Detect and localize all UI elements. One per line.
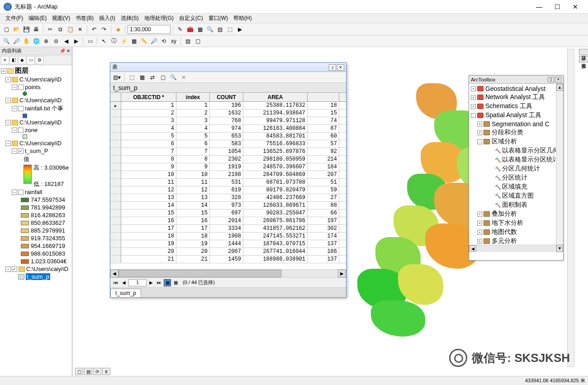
toc-item[interactable] [1, 134, 71, 139]
table-delete-icon[interactable]: ✕ [179, 73, 188, 82]
arctoolbox-hscroll[interactable]: ◀ ▶ [469, 245, 563, 252]
toolbox-node[interactable]: 🔨面积制表 [470, 200, 562, 209]
open-icon[interactable]: 📂 [12, 25, 21, 34]
hscroll-thumb[interactable] [119, 270, 281, 277]
identify-icon[interactable]: ⓘ [109, 37, 119, 46]
menu-item[interactable]: 视图(V) [49, 14, 73, 23]
table-row[interactable]: 17173334431857.062162302 [110, 225, 346, 233]
table-row[interactable]: 111153168781.07378851 [110, 179, 346, 186]
toc-item[interactable]: 781.9942899 [1, 204, 71, 211]
toc-item[interactable]: −✓C:\Users\caiyi\D [1, 265, 71, 273]
table-row[interactable]: 221632211394.93864715 [110, 109, 346, 117]
toolbox-node[interactable]: +地图代数 [470, 228, 562, 237]
select-icon[interactable]: ▭ [85, 37, 95, 46]
toolbox-node[interactable]: +多元分析 [470, 237, 562, 245]
table-grid[interactable]: OBJECTID * index COUNT AREA ▸1119625388.… [110, 93, 346, 269]
col-index[interactable]: index [176, 93, 210, 101]
at-hscroll-left-icon[interactable]: ◀ [469, 245, 476, 252]
toc-item[interactable]: 747.5597534 [1, 196, 71, 204]
python-icon[interactable]: ▤ [215, 25, 224, 34]
measure-icon[interactable]: 📏 [139, 37, 148, 46]
search-icon[interactable]: 🔍 [205, 25, 214, 34]
maximize-button[interactable]: ☐ [548, 0, 566, 13]
nav-showsel-icon[interactable]: ▦ [172, 279, 179, 286]
arctoolbox-vscroll[interactable]: ▲ ▼ [556, 84, 563, 252]
delete-icon[interactable]: ✕ [76, 25, 85, 34]
toc-item[interactable]: −图层 [1, 66, 71, 76]
menu-item[interactable]: 选择(S) [118, 14, 142, 23]
copy-icon[interactable]: ⧉ [56, 25, 65, 34]
menu-item[interactable]: 地理处理(G) [142, 14, 176, 23]
nav-last-icon[interactable]: ⏭ [156, 279, 163, 286]
toolbox-node[interactable]: 🔨以表格显示分区几何 [470, 146, 562, 155]
toc-tab-options[interactable]: ⚙ [35, 56, 43, 64]
toc-tab-selection[interactable]: ▭ [27, 56, 35, 64]
viewer-icon[interactable]: ▢ [193, 37, 202, 46]
toc-item[interactable]: −rainfall.txt 个事 [1, 104, 71, 113]
table-row[interactable]: 16162014260875.861786197 [110, 217, 346, 225]
hscroll-right-icon[interactable]: ▶ [338, 270, 346, 277]
hyperlink-icon[interactable]: ⚡ [119, 37, 128, 46]
toc-item[interactable] [1, 91, 71, 96]
table-row[interactable]: 131332842486.23766927 [110, 194, 346, 202]
vscroll-down-icon[interactable]: ▼ [556, 245, 563, 252]
toc-item[interactable]: 919.7324355 [1, 234, 71, 242]
modelbuilder-icon[interactable]: ⬚ [225, 25, 234, 34]
toc-item[interactable]: 1,023.03604€ [1, 257, 71, 265]
table-tab-tsump[interactable]: t_sum_p [110, 289, 141, 297]
table-row[interactable]: 151569790283.25504766 [110, 209, 346, 217]
menu-item[interactable]: 插入(I) [96, 14, 118, 23]
pause-icon[interactable]: ⏸ [102, 368, 110, 375]
table-restore-icon[interactable]: ▯ [329, 64, 336, 71]
cut-icon[interactable]: ✂ [46, 25, 55, 34]
toolbox-node[interactable]: 🔨分区统计 [470, 173, 562, 182]
next-extent-icon[interactable]: ▶ [71, 37, 81, 46]
arctoolbox-tree[interactable]: +Geostatistical Analyst+Network Analyst … [469, 84, 563, 245]
zoom-in-icon[interactable]: 🔍 [2, 37, 11, 46]
nav-first-icon[interactable]: ⏮ [112, 279, 119, 286]
toc-item[interactable]: −C:\Users\caiyi\D [1, 119, 71, 126]
toc-item[interactable]: −C:\Users\caiyi\D [1, 76, 71, 83]
table-related-icon[interactable]: ⬚ [127, 73, 136, 82]
table-selectbyattr-icon[interactable]: ▦ [138, 73, 147, 82]
toc-tree[interactable]: −图层−C:\Users\caiyi\D−points−C:\Users\cai… [0, 65, 72, 376]
toc-item[interactable]: −rainfall [1, 188, 71, 196]
table-row[interactable]: 1414973126033.86967188 [110, 202, 346, 209]
pin-icon[interactable]: 📌 ✕ [60, 48, 70, 53]
toolbox-node[interactable]: 🔨以表格显示分区统计 [470, 155, 562, 164]
table-titlebar[interactable]: 表 ▯ ✕ [110, 63, 346, 72]
goto-xy-icon[interactable]: xy [169, 37, 178, 46]
menu-item[interactable]: 书签(B) [73, 14, 96, 23]
toolbox-node[interactable]: +Schematics 工具 [470, 102, 562, 111]
table-row[interactable]: 44974126163.40088487 [110, 125, 346, 133]
paste-icon[interactable]: 📋 [66, 25, 75, 34]
toc-item[interactable]: −C:\Users\caiyi\D [1, 96, 71, 104]
refresh-icon[interactable]: ⟳ [93, 368, 101, 375]
nav-showall-icon[interactable]: ▦ [164, 279, 171, 286]
table-row[interactable]: 121261980179.82047959 [110, 186, 346, 194]
map-vscroll[interactable] [567, 49, 574, 367]
toolbox-node[interactable]: +叠加分析 [470, 209, 562, 219]
menu-item[interactable]: 自定义(C) [176, 14, 206, 23]
toc-item[interactable]: 816.4288263 [1, 211, 71, 219]
toc-item[interactable]: 850.8633627 [1, 219, 71, 227]
table-options-icon[interactable]: ▤▾ [112, 73, 121, 82]
side-tab-search[interactable]: 搜索 [579, 56, 588, 62]
htmlview-icon[interactable]: ▦ [129, 37, 138, 46]
toc-item[interactable]: 值 [1, 155, 71, 164]
pan-icon[interactable]: ✋ [22, 37, 31, 46]
nav-prev-icon[interactable]: ◀ [120, 279, 128, 286]
nav-page-input[interactable]: 1 [128, 279, 147, 286]
toolbox-node[interactable]: +Network Analyst 工具 [470, 93, 562, 102]
table-row[interactable]: 20202067267741.016044186 [110, 248, 346, 256]
toc-item[interactable]: −points [1, 83, 71, 91]
toc-tab-draworder[interactable]: ≡ [1, 56, 9, 64]
table-row[interactable]: ▸1119625388.11763218 [110, 102, 346, 109]
table-row[interactable]: 18181908247145.553271174 [110, 233, 346, 240]
layout-view-tab[interactable]: ▤ [84, 368, 92, 375]
col-area[interactable]: AREA [243, 93, 308, 101]
toc-item[interactable]: −✓t_sum_P [1, 147, 71, 155]
toc-item[interactable]: t_sum_p [1, 273, 71, 280]
toc-item[interactable]: −C:\Users\caiyi\D [1, 139, 71, 147]
vscroll-up-icon[interactable]: ▲ [556, 84, 563, 91]
